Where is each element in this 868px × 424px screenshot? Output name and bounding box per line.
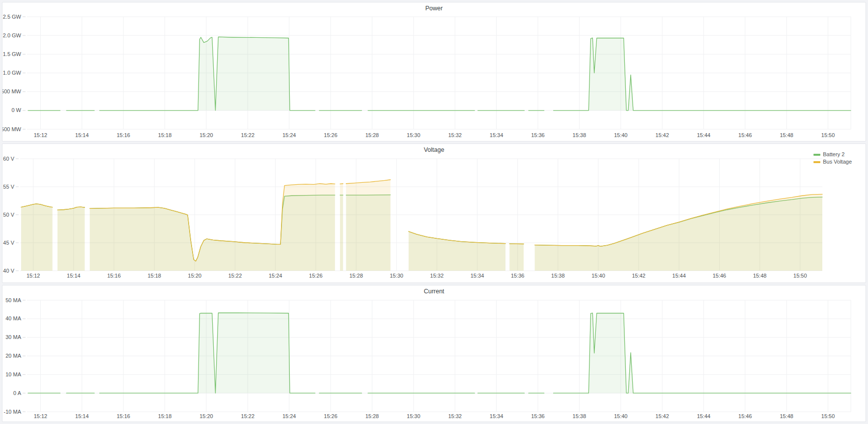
x-tick-label: 15:18 (147, 273, 161, 279)
x-tick-label: 15:38 (573, 413, 587, 419)
series-power (28, 37, 851, 111)
panel-title-current[interactable]: Current (2, 288, 866, 295)
dashboard: Power 2.5 GW2.0 GW1.5 GW1.0 GW500 MW0 W-… (0, 0, 868, 424)
x-tick-label: 15:20 (188, 273, 202, 279)
x-tick-label: 15:38 (551, 273, 565, 279)
x-tick-label: 15:16 (116, 132, 130, 138)
y-tick-label: 0 W (11, 107, 21, 113)
x-tick-label: 15:30 (407, 132, 420, 138)
series-current (28, 313, 851, 393)
x-tick-label: 15:12 (34, 132, 48, 138)
y-axis-labels: 2.5 GW2.0 GW1.5 GW1.0 GW500 MW0 W-500 MW (2, 14, 22, 132)
x-axis-labels: 15:1215:1415:1615:1815:2015:2215:2415:26… (34, 413, 835, 419)
y-tick-label: 40 V (3, 268, 14, 274)
voltage-legend: Battery 2Bus Voltage (813, 151, 852, 165)
x-tick-label: 15:48 (780, 132, 793, 138)
legend-item-bus-voltage[interactable]: Bus Voltage (813, 159, 852, 165)
x-tick-label: 15:46 (738, 132, 752, 138)
x-tick-label: 15:44 (697, 413, 711, 419)
y-tick-label: 1.0 GW (3, 70, 22, 76)
panel-title-voltage[interactable]: Voltage (2, 146, 866, 153)
panel-current: Current 50 MA40 MA30 MA20 MA10 MA0 A-10 … (2, 285, 866, 422)
y-tick-label: 40 MA (5, 315, 21, 321)
legend-item-battery-2[interactable]: Battery 2 (813, 151, 852, 158)
x-tick-label: 15:34 (471, 273, 484, 279)
legend-swatch (813, 161, 820, 163)
x-tick-label: 15:30 (390, 273, 403, 279)
y-axis-labels: 60 V55 V50 V45 V40 V (3, 156, 14, 274)
x-tick-label: 15:40 (591, 273, 605, 279)
horizontal-gridlines (23, 300, 851, 412)
x-tick-label: 15:36 (531, 132, 545, 138)
current-chart[interactable]: 50 MA40 MA30 MA20 MA10 MA0 A-10 MA15:121… (2, 285, 866, 422)
y-tick-label: 55 V (3, 184, 14, 190)
x-tick-label: 15:24 (282, 132, 296, 138)
x-tick-label: 15:50 (793, 273, 807, 279)
y-tick-label: 30 MA (5, 334, 21, 340)
x-tick-label: 15:42 (632, 273, 645, 279)
y-tick-label: 1.5 GW (3, 51, 22, 57)
y-tick-label: -10 MA (4, 409, 22, 415)
y-tick-label: 45 V (3, 240, 14, 246)
x-tick-label: 15:44 (672, 273, 686, 279)
y-tick-label: 20 MA (5, 353, 21, 359)
x-tick-label: 15:14 (67, 273, 81, 279)
x-tick-label: 15:24 (282, 413, 296, 419)
x-tick-label: 15:48 (780, 413, 793, 419)
panel-voltage: Voltage Battery 2Bus Voltage 60 V55 V50 … (2, 143, 866, 283)
x-tick-label: 15:26 (309, 273, 323, 279)
x-tick-label: 15:36 (531, 413, 545, 419)
x-tick-label: 15:34 (490, 413, 504, 419)
y-tick-label: -500 MW (2, 126, 22, 132)
x-tick-label: 15:18 (158, 413, 172, 419)
x-tick-label: 15:50 (821, 132, 835, 138)
legend-swatch (813, 154, 820, 156)
x-tick-label: 15:28 (349, 273, 363, 279)
x-tick-label: 15:32 (448, 132, 462, 138)
x-tick-label: 15:20 (199, 413, 213, 419)
legend-label: Battery 2 (823, 151, 844, 158)
x-tick-label: 15:26 (324, 132, 337, 138)
x-tick-label: 15:46 (738, 413, 752, 419)
y-tick-label: 50 V (3, 212, 14, 218)
x-tick-label: 15:40 (614, 132, 628, 138)
panel-power: Power 2.5 GW2.0 GW1.5 GW1.0 GW500 MW0 W-… (2, 2, 866, 141)
x-tick-label: 15:14 (75, 413, 89, 419)
x-tick-label: 15:26 (324, 413, 337, 419)
y-tick-label: 60 V (3, 156, 14, 162)
x-axis-labels: 15:1215:1415:1615:1815:2015:2215:2415:26… (34, 132, 835, 138)
y-tick-label: 10 MA (5, 371, 21, 377)
x-tick-label: 15:34 (490, 132, 504, 138)
x-tick-label: 15:28 (365, 413, 379, 419)
y-tick-label: 2.5 GW (3, 14, 22, 20)
x-tick-label: 15:18 (158, 132, 172, 138)
x-tick-label: 15:16 (107, 273, 121, 279)
voltage-chart[interactable]: 60 V55 V50 V45 V40 V15:1215:1415:1615:18… (2, 144, 866, 283)
x-tick-label: 15:40 (614, 413, 628, 419)
x-tick-label: 15:16 (116, 413, 130, 419)
y-tick-label: 50 MA (5, 297, 21, 303)
panel-title-power[interactable]: Power (2, 5, 866, 12)
horizontal-gridlines (23, 17, 851, 129)
x-tick-label: 15:42 (655, 413, 669, 419)
x-tick-label: 15:28 (365, 132, 379, 138)
x-tick-label: 15:32 (448, 413, 462, 419)
power-chart[interactable]: 2.5 GW2.0 GW1.5 GW1.0 GW500 MW0 W-500 MW… (2, 2, 866, 141)
x-tick-label: 15:38 (573, 132, 587, 138)
x-tick-label: 15:36 (511, 273, 525, 279)
y-axis-labels: 50 MA40 MA30 MA20 MA10 MA0 A-10 MA (4, 297, 22, 415)
x-tick-label: 15:30 (407, 413, 420, 419)
x-tick-label: 15:22 (241, 413, 255, 419)
x-tick-label: 15:42 (655, 132, 669, 138)
x-tick-label: 15:44 (697, 132, 711, 138)
x-tick-label: 15:22 (241, 132, 255, 138)
x-tick-label: 15:46 (713, 273, 727, 279)
x-tick-label: 15:48 (753, 273, 767, 279)
x-tick-label: 15:20 (199, 132, 213, 138)
x-tick-label: 15:14 (75, 132, 89, 138)
x-axis-labels: 15:1215:1415:1615:1815:2015:2215:2415:26… (27, 273, 807, 279)
x-tick-label: 15:50 (821, 413, 835, 419)
y-tick-label: 2.0 GW (3, 32, 22, 38)
x-tick-label: 15:32 (430, 273, 444, 279)
x-tick-label: 15:24 (269, 273, 282, 279)
